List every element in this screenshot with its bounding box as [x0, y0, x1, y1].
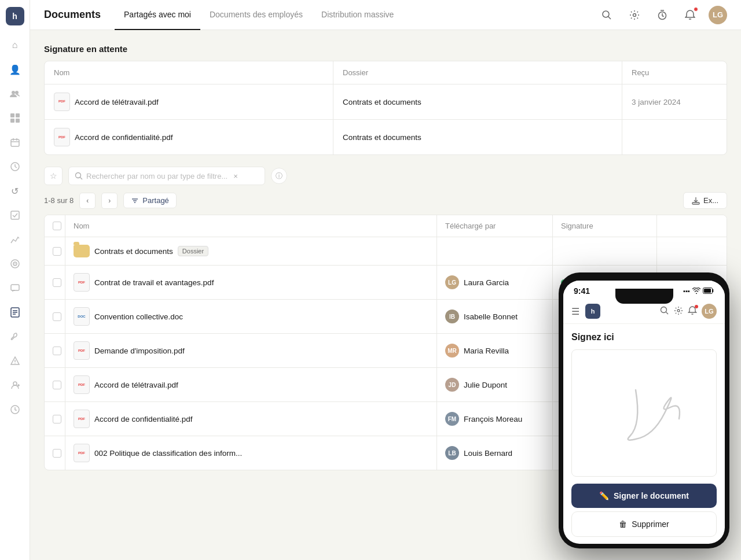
search-clear-icon[interactable]: ×	[233, 172, 238, 180]
svg-point-23	[14, 363, 15, 363]
phone-content: Signez ici ✏️ Signer le document 🗑	[563, 324, 725, 544]
signature-svg	[578, 355, 711, 471]
tab-documents-employes[interactable]: Documents des employés	[200, 0, 312, 30]
row-checkbox[interactable]	[45, 334, 65, 367]
row-checkbox[interactable]	[45, 402, 65, 436]
row-checkbox[interactable]	[45, 237, 65, 265]
row-file-name: PDF Accord de télétravail.pdf	[65, 368, 437, 401]
row-checkbox[interactable]	[45, 266, 65, 299]
sidebar-item-clock[interactable]	[5, 156, 25, 177]
phone-notch	[615, 289, 673, 304]
docs-col-checkbox	[45, 215, 65, 237]
row-select-checkbox[interactable]	[53, 312, 61, 321]
row-select-checkbox[interactable]	[53, 449, 61, 458]
sort-label: Partagé	[142, 196, 169, 205]
svg-rect-6	[11, 139, 19, 146]
header-actions: LG	[597, 6, 727, 24]
pdf-icon: PDF	[74, 410, 90, 428]
row-uploaded-by: FM François Moreau	[437, 402, 553, 436]
phone-search-icon[interactable]	[660, 306, 669, 317]
sidebar-item-home[interactable]: ⌂	[5, 35, 25, 56]
row-checkbox[interactable]	[45, 436, 65, 470]
pending-row1-recu: 3 janvier 2024	[622, 84, 727, 119]
sidebar-item-target[interactable]	[5, 253, 25, 274]
sidebar-item-tool[interactable]	[5, 326, 25, 347]
page-title: Documents	[44, 9, 101, 21]
sidebar-item-check[interactable]	[5, 205, 25, 226]
row-uploaded-by: LG Laura Garcia	[437, 266, 553, 299]
pdf-icon: PDF	[74, 341, 90, 360]
svg-line-39	[80, 178, 83, 180]
sidebar-item-group[interactable]	[5, 83, 25, 104]
phone-settings-icon[interactable]	[674, 306, 683, 317]
row-select-checkbox[interactable]	[53, 381, 61, 389]
row-select-checkbox[interactable]	[53, 347, 61, 355]
row-select-checkbox[interactable]	[53, 415, 61, 423]
pending-col-dossier: Dossier	[333, 61, 622, 84]
svg-point-30	[603, 11, 609, 17]
svg-rect-44	[692, 202, 699, 204]
table-row[interactable]: PDF Accord de télétravail.pdf Contrats e…	[45, 84, 727, 120]
select-all-checkbox[interactable]	[53, 222, 61, 230]
docs-col-nom: Nom	[65, 215, 437, 237]
pending-row2-recu	[622, 120, 727, 154]
sidebar-item-document[interactable]	[5, 302, 25, 323]
signature-canvas-area[interactable]	[571, 349, 717, 477]
sidebar-item-analytics[interactable]	[5, 229, 25, 250]
next-page-button[interactable]: ›	[101, 193, 118, 209]
hamburger-icon[interactable]: ☰	[571, 306, 579, 317]
sidebar-item-people[interactable]	[5, 375, 25, 396]
sort-button[interactable]: Partagé	[123, 193, 177, 208]
phone-user-avatar[interactable]: LG	[702, 304, 717, 319]
sidebar-item-grid[interactable]	[5, 108, 25, 128]
info-button[interactable]: ⓘ	[271, 168, 287, 184]
sidebar-item-time2[interactable]	[5, 399, 25, 420]
row-file-name: PDF Demande d'imposition.pdf	[65, 334, 437, 367]
tab-partages-avec-moi[interactable]: Partagés avec moi	[115, 0, 200, 30]
sidebar-logo[interactable]: h	[6, 7, 24, 25]
user-avatar[interactable]: LG	[709, 6, 727, 24]
sidebar-item-calendar[interactable]	[5, 132, 25, 153]
page-content: Signature en attente Nom Dossier Reçu PD…	[30, 30, 741, 560]
phone-notifications-icon[interactable]	[688, 306, 697, 317]
row-checkbox[interactable]	[45, 300, 65, 333]
wifi-icon	[692, 288, 700, 295]
row-uploaded-by: JD Julie Dupont	[437, 368, 553, 401]
notifications-icon[interactable]	[681, 6, 699, 24]
sidebar-item-person[interactable]: 👤	[5, 59, 25, 80]
phone-logo: h	[585, 304, 600, 319]
svg-rect-17	[11, 285, 19, 290]
export-button[interactable]: Ex...	[683, 192, 727, 209]
header-tabs: Partagés avec moi Documents des employés…	[115, 0, 597, 30]
sidebar-item-alert[interactable]	[5, 351, 25, 371]
star-button[interactable]: ☆	[44, 167, 63, 185]
table-row[interactable]: Contrats et documents Dossier	[45, 237, 727, 266]
sidebar-item-message[interactable]	[5, 278, 25, 299]
sidebar-item-history[interactable]: ↺	[5, 180, 25, 201]
row-checkbox[interactable]	[45, 368, 65, 401]
sign-document-button[interactable]: ✏️ Signer le document	[571, 484, 717, 508]
svg-point-47	[661, 307, 667, 312]
row-uploaded-by: MR Maria Revilla	[437, 334, 553, 367]
search-box[interactable]: Rechercher par nom ou par type de filtre…	[68, 167, 265, 185]
row-select-checkbox[interactable]	[53, 247, 61, 256]
phone-screen: 9:41 ▪▪▪ ☰ h	[563, 281, 725, 544]
svg-rect-2	[10, 113, 14, 117]
search-placeholder: Rechercher par nom ou par type de filtre…	[86, 172, 228, 180]
table-row[interactable]: PDF Accord de confidentialité.pdf Contra…	[45, 120, 727, 154]
phone-sign-title: Signez ici	[571, 332, 717, 342]
timer-icon[interactable]	[653, 6, 672, 24]
settings-icon[interactable]	[625, 6, 644, 24]
delete-button[interactable]: 🗑 Supprimer	[571, 511, 717, 537]
folder-icon	[74, 245, 90, 257]
pdf-icon: PDF	[74, 273, 90, 292]
tab-distribution-massive[interactable]: Distribution massive	[312, 0, 403, 30]
row-select-checkbox[interactable]	[53, 278, 61, 287]
search-icon[interactable]	[597, 6, 616, 24]
user-avatar: LB	[445, 446, 459, 460]
svg-point-16	[14, 263, 16, 264]
svg-line-12	[15, 167, 17, 168]
prev-page-button[interactable]: ‹	[79, 193, 96, 209]
docs-table-header: Nom Téléchargé par Signature	[45, 215, 727, 237]
docs-col-uploaded: Téléchargé par	[437, 215, 553, 237]
